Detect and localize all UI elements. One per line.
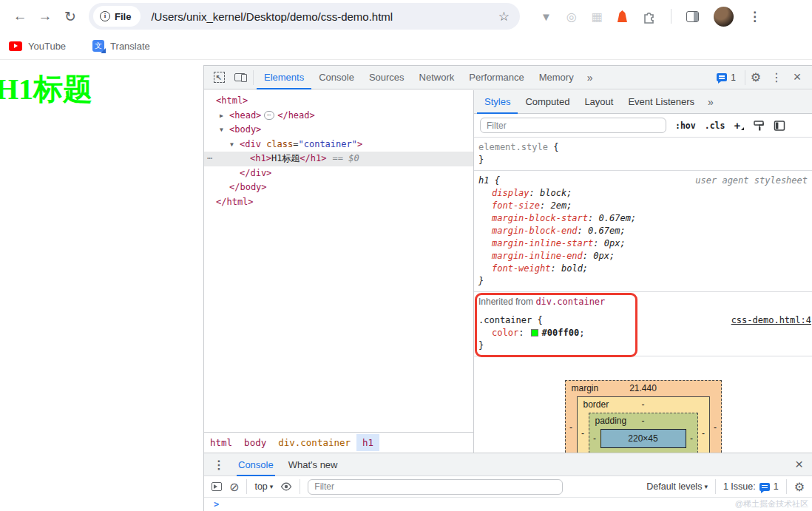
crumb-h1[interactable]: h1: [356, 434, 379, 451]
reload-icon[interactable]: ↻: [58, 8, 83, 25]
side-panel-icon[interactable]: [686, 11, 699, 22]
expand-arrow-icon[interactable]: ▶: [220, 109, 229, 123]
color-swatch[interactable]: [531, 329, 538, 336]
node-html-open[interactable]: <html>: [204, 94, 473, 109]
tab-event-listeners[interactable]: Event Listeners: [620, 90, 702, 114]
devtools-tabbar: ↖ Elements Console Sources Network Perfo…: [204, 66, 812, 89]
translate-icon: 文: [92, 40, 104, 52]
devtools-menu-icon[interactable]: ⋮: [766, 66, 787, 89]
tab-layout[interactable]: Layout: [577, 90, 620, 114]
issues-bubble-icon: [717, 73, 727, 81]
devtools-close-icon[interactable]: ×: [787, 66, 808, 89]
rule-element-style[interactable]: element.style { }: [474, 138, 812, 171]
css-property[interactable]: font-weight: bold;: [478, 263, 808, 275]
issues-indicator[interactable]: 1: [717, 72, 736, 83]
drawer-close-icon[interactable]: ×: [795, 456, 803, 473]
url-text[interactable]: /Users/unix_kernel/Desktop/demo/css-demo…: [151, 10, 393, 23]
crumb-div-container[interactable]: div.container: [272, 434, 356, 451]
css-property[interactable]: margin-inline-end: 0px;: [478, 250, 808, 263]
device-toolbar-icon[interactable]: [229, 66, 250, 89]
tab-console[interactable]: Console: [311, 66, 362, 89]
drawer-tab-whats-new[interactable]: What's new: [287, 453, 339, 476]
address-bar[interactable]: i File /Users/unix_kernel/Desktop/demo/c…: [89, 3, 520, 30]
console-settings-icon[interactable]: ⚙: [794, 480, 805, 494]
tab-sources[interactable]: Sources: [362, 66, 412, 89]
new-style-rule-icon[interactable]: +: [734, 119, 744, 132]
youtube-icon: [9, 41, 22, 51]
settings-gear-icon[interactable]: ⚙: [745, 66, 766, 89]
box-model-content[interactable]: 220×45: [600, 429, 686, 448]
drawer-menu-icon[interactable]: ⋮: [213, 458, 225, 472]
bookmark-translate[interactable]: 文 Translate: [92, 40, 150, 52]
forward-icon[interactable]: →: [33, 8, 58, 24]
extension-icon-hydrant[interactable]: [618, 10, 627, 22]
css-property[interactable]: margin-inline-start: 0px;: [478, 237, 808, 250]
node-html-close[interactable]: </html>: [204, 195, 473, 210]
vue-extension-icon[interactable]: ▼: [541, 10, 552, 23]
more-tabs-icon[interactable]: »: [581, 72, 599, 84]
node-div-close[interactable]: </div>: [204, 166, 473, 181]
styles-filter-input[interactable]: [480, 118, 666, 133]
devtools-panel: ↖ Elements Console Sources Network Perfo…: [203, 65, 812, 511]
box-model-margin[interactable]: margin21.440 - border- - padding-: [565, 380, 722, 453]
crumb-body[interactable]: body: [238, 434, 272, 451]
node-body-open[interactable]: ▼<body>: [204, 123, 473, 138]
extension-icon-grid[interactable]: ▦: [592, 10, 603, 24]
execution-context-select[interactable]: top▾: [254, 481, 273, 492]
issues-counter[interactable]: 1 Issue: 1: [723, 481, 779, 492]
inherited-source[interactable]: div.container: [535, 297, 605, 307]
inspect-element-icon[interactable]: ↖: [209, 66, 229, 89]
rendering-emulation-icon[interactable]: [753, 120, 765, 132]
toggle-classes[interactable]: .cls: [705, 121, 725, 131]
profile-avatar[interactable]: [714, 7, 734, 27]
box-model-border[interactable]: border- - padding- - 220×45: [577, 396, 710, 453]
css-property[interactable]: margin-block-start: 0.67em;: [478, 212, 808, 225]
inherited-from-header: Inherited from div.container: [474, 292, 812, 311]
tab-memory[interactable]: Memory: [532, 66, 581, 89]
styles-sidebar: Styles Computed Layout Event Listeners »…: [474, 90, 812, 453]
css-property[interactable]: font-size: 2em;: [478, 200, 808, 212]
extensions-row: ▼ ◎ ▦ ⋮: [541, 7, 761, 27]
rule-container[interactable]: .container { css-demo.html:4 color: #00f…: [474, 311, 812, 356]
extension-icon-round[interactable]: ◎: [566, 10, 577, 24]
live-expression-icon[interactable]: [280, 481, 292, 493]
info-icon[interactable]: i: [100, 11, 110, 21]
tab-computed[interactable]: Computed: [518, 90, 577, 114]
node-div-open[interactable]: ▼<div class="container">: [204, 138, 473, 152]
node-menu-icon[interactable]: ⋯: [207, 152, 213, 166]
bookmark-youtube[interactable]: YouTube: [9, 41, 66, 52]
css-property[interactable]: display: block;: [478, 187, 808, 200]
more-styles-tabs-icon[interactable]: »: [702, 96, 720, 108]
rule-h1-user-agent[interactable]: h1 { user agent stylesheet display: bloc…: [474, 171, 812, 292]
console-sidebar-icon[interactable]: [212, 482, 222, 491]
toggle-hover-state[interactable]: :hov: [675, 121, 696, 131]
extensions-puzzle-icon[interactable]: [642, 10, 656, 24]
breadcrumb: html body div.container h1: [204, 432, 473, 453]
crumb-html[interactable]: html: [204, 434, 238, 451]
console-filter-input[interactable]: [308, 479, 563, 495]
box-model-padding[interactable]: padding- - 220×45 -: [589, 413, 698, 453]
node-h1-selected[interactable]: ⋯ <h1>H1标题</h1>== $0: [204, 152, 473, 166]
node-head[interactable]: ▶<head>⋯</head>: [204, 109, 473, 123]
styles-cascade: element.style { } h1 { user agent styles…: [474, 138, 812, 453]
drawer-tab-console[interactable]: Console: [237, 453, 275, 476]
css-property-color[interactable]: color: #00ff00;: [478, 327, 808, 339]
back-icon[interactable]: ←: [7, 8, 33, 24]
log-levels-select[interactable]: Default levels▾: [646, 481, 708, 492]
collapse-arrow-icon[interactable]: ▼: [230, 138, 240, 152]
clear-console-icon[interactable]: ⊘: [229, 480, 239, 494]
tab-performance[interactable]: Performance: [461, 66, 531, 89]
dollar-zero-flag: == $0: [332, 153, 359, 163]
collapse-arrow-icon[interactable]: ▼: [220, 123, 229, 138]
browser-menu-icon[interactable]: ⋮: [748, 9, 761, 24]
stylesheet-link[interactable]: css-demo.html:4: [731, 314, 811, 327]
toggle-sidebar-icon[interactable]: [774, 120, 785, 132]
collapsed-ellipsis[interactable]: ⋯: [264, 111, 274, 120]
console-prompt-row[interactable]: >: [204, 498, 812, 510]
node-body-close[interactable]: </body>: [204, 180, 473, 195]
bookmark-star-icon[interactable]: ☆: [498, 9, 510, 24]
tab-elements[interactable]: Elements: [257, 66, 311, 89]
tab-styles[interactable]: Styles: [477, 90, 518, 114]
css-property[interactable]: margin-block-end: 0.67em;: [478, 225, 808, 237]
tab-network[interactable]: Network: [412, 66, 462, 89]
